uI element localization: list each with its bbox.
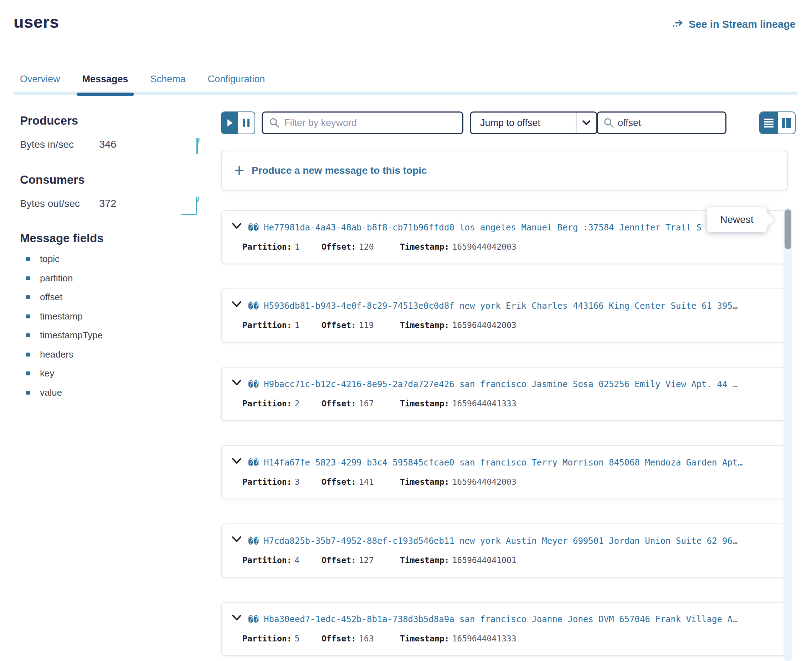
bytes-out-value: 372 [99,198,116,209]
jump-to-offset-select[interactable]: Jump to offset [470,112,597,134]
tab-overview[interactable]: Overview [20,73,60,92]
produce-message-button[interactable]: Produce a new message to this topic [221,151,788,190]
bullet-icon [26,257,30,261]
jump-select-value: Jump to offset [471,118,576,129]
lineage-arrows-icon [672,19,684,30]
bytes-in-label: Bytes in/sec [20,139,74,150]
list-view-icon [764,118,774,128]
message-title[interactable]: H9bacc71c-b12c-4216-8e95-2a7da727e426 sa… [264,379,774,389]
field-item-offset[interactable]: offset [26,288,103,307]
message-row: �� H14fa67fe-5823-4299-b3c4-595845cfcae0… [221,445,787,499]
newest-tooltip-label: Newest [720,214,753,225]
message-fields-list: topic partition offset timestamp timesta… [26,250,103,402]
field-item-headers[interactable]: headers [26,345,103,364]
field-item-key[interactable]: key [26,364,103,383]
split-view-button[interactable] [778,112,795,134]
partition-value: 1 [291,242,299,251]
offset-search-input[interactable] [618,118,744,129]
tofu-glyphs: �� [248,536,259,546]
message-meta: Partition:2 Offset:167 Timestamp:1659644… [242,399,516,408]
message-row: �� H9bacc71c-b12c-4216-8e95-2a7da727e426… [221,367,787,421]
plus-icon [234,165,245,176]
field-item-partition[interactable]: partition [26,269,103,288]
pause-button[interactable] [238,112,255,134]
bullet-icon [26,333,30,337]
view-mode-toggle [759,112,796,134]
bytes-in-value: 346 [99,139,116,150]
offset-value: 120 [356,242,374,251]
field-item-topic[interactable]: topic [26,250,103,269]
play-button[interactable] [222,112,238,134]
expand-chevron-icon[interactable] [231,613,242,623]
list-view-button[interactable] [760,112,778,134]
lineage-link-label: See in Stream lineage [689,19,796,30]
tab-bar: Overview Messages Schema Configuration [14,73,798,95]
partition-label: Partition: [242,242,291,251]
stream-lineage-link[interactable]: See in Stream lineage [672,19,796,30]
timestamp-label: Timestamp: [400,242,449,251]
message-title[interactable]: H14fa67fe-5823-4299-b3c4-595845cfcae0 sa… [264,458,774,468]
producers-heading: Producers [20,114,78,128]
message-title[interactable]: H5936db81-b943-4e0f-8c29-74513e0c0d8f ne… [264,301,774,311]
chevron-down-icon [576,113,596,133]
expand-chevron-icon[interactable] [231,300,242,309]
split-view-icon [782,118,785,128]
tab-messages[interactable]: Messages [82,73,128,92]
newest-tooltip: Newest [707,207,767,232]
scrollbar-track[interactable] [783,208,793,661]
message-title[interactable]: He77981da-4a43-48ab-b8f8-cb71b96ffdd0 lo… [264,223,774,233]
message-title[interactable]: Hba30eed7-1edc-452b-8b1a-738d3b5d8a9a sa… [264,614,774,624]
tofu-glyphs: �� [248,614,259,625]
bullet-icon [26,391,30,394]
field-item-value[interactable]: value [26,383,103,402]
timestamp-value: 1659644042003 [449,242,516,251]
expand-chevron-icon[interactable] [231,378,242,388]
message-fields-heading: Message fields [20,232,104,245]
message-row: �� He77981da-4a43-48ab-b8f8-cb71b96ffdd0… [221,210,787,264]
message-meta: Partition:5 Offset:163 Timestamp:1659644… [242,634,516,643]
tofu-glyphs: �� [248,301,259,311]
bytes-out-sparkline [180,192,202,217]
field-item-timestampType[interactable]: timestampType [26,326,103,345]
search-icon [604,118,614,128]
message-meta: Partition:3 Offset:141 Timestamp:1659644… [242,477,516,487]
expand-chevron-icon[interactable] [231,535,242,544]
play-icon [226,118,234,127]
search-icon [269,118,280,128]
produce-message-label: Produce a new message to this topic [251,165,427,176]
bytes-in-sparkline [185,135,203,156]
tofu-glyphs: �� [248,379,259,390]
bullet-icon [26,353,30,356]
bullet-icon [26,315,30,318]
bullet-icon [26,372,30,375]
tofu-glyphs: �� [248,458,259,468]
filter-keyword-input[interactable] [284,118,462,129]
consumers-heading: Consumers [20,173,85,187]
tofu-glyphs: �� [248,223,259,233]
bullet-icon [26,276,30,280]
message-meta: Partition:4 Offset:127 Timestamp:1659644… [242,556,516,565]
filter-input-wrapper [262,112,463,134]
expand-chevron-icon[interactable] [231,457,242,466]
tab-configuration[interactable]: Configuration [208,73,265,92]
scrollbar-thumb[interactable] [785,209,791,249]
message-title[interactable]: H7cda825b-35b7-4952-88ef-c193d546eb11 ne… [264,536,774,546]
message-meta: Partition:1 Offset:119 Timestamp:1659644… [242,321,516,330]
offset-label: Offset: [322,242,356,251]
page-title: users [14,12,59,32]
message-meta: Partition:1 Offset:120 Timestamp:1659644… [242,242,516,251]
offset-search-wrapper [597,112,726,134]
expand-chevron-icon[interactable] [231,222,242,231]
bullet-icon [26,295,30,299]
tab-schema[interactable]: Schema [151,73,186,92]
live-consume-toggle [221,112,255,134]
message-row: �� H7cda825b-35b7-4952-88ef-c193d546eb11… [221,524,787,578]
pause-icon [243,118,245,127]
message-row: �� H5936db81-b943-4e0f-8c29-74513e0c0d8f… [221,289,787,343]
bytes-out-label: Bytes out/sec [20,198,80,209]
message-row: �� Hba30eed7-1edc-452b-8b1a-738d3b5d8a9a… [221,602,787,656]
field-item-timestamp[interactable]: timestamp [26,307,103,326]
